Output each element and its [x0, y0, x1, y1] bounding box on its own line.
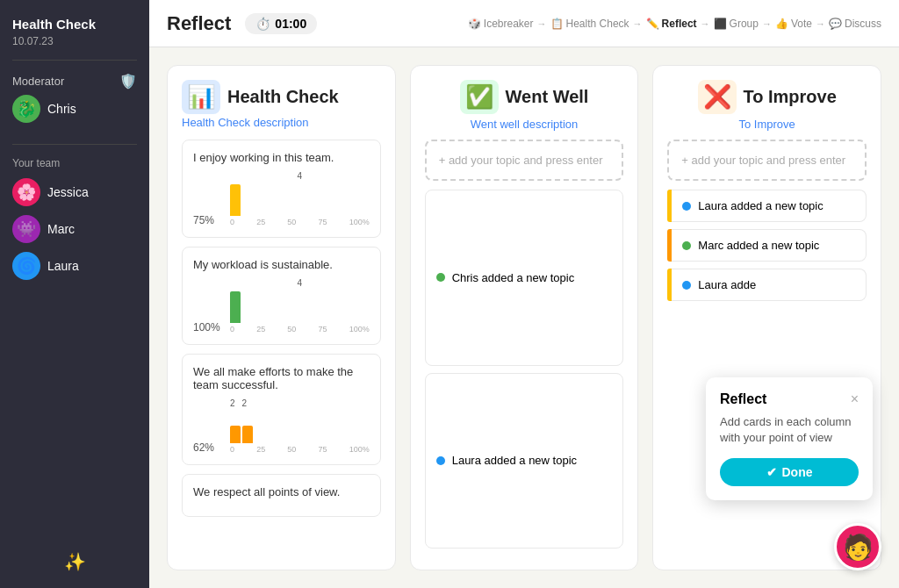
icebreaker-icon: 🎲 — [468, 18, 481, 30]
bar-chart: 4 0255075100% — [230, 171, 370, 226]
health-check-column: 📊 Health Check Health Check description … — [167, 65, 396, 570]
team-member-laura: 🌀 Laura — [12, 252, 137, 280]
bar-item — [230, 426, 241, 443]
nav-arrow: → — [762, 18, 772, 29]
went-well-header: ✅ Went Well Went well description — [425, 80, 624, 131]
tooltip-title: Reflect — [720, 391, 766, 407]
to-improve-header: ❌ To Improve To Improve — [667, 80, 867, 131]
hc-column-title: Health Check — [227, 87, 339, 107]
avatar-chris: 🐉 — [12, 95, 40, 123]
bar-item — [230, 291, 241, 323]
add-topic-to-improve[interactable]: + add your topic and press enter — [667, 140, 867, 181]
tooltip-header: Reflect × — [720, 391, 859, 407]
went-well-desc: Went well description — [471, 118, 579, 131]
moderator-section: Moderator 🛡️ — [12, 73, 137, 90]
team-member-jessica: 🌸 Jessica — [12, 178, 137, 206]
chat-avatar[interactable]: 🧑 — [834, 523, 881, 570]
hc-item-4: We respect all points of view. — [182, 474, 381, 517]
hc-item-3: We all make efforts to make the team suc… — [182, 354, 381, 465]
tooltip-close-button[interactable]: × — [851, 391, 859, 407]
timer-icon: ⏱️ — [255, 17, 270, 31]
reflect-icon: ✏️ — [646, 18, 659, 30]
team-member-name: Laura — [47, 259, 79, 273]
moderator-name: Chris — [47, 102, 76, 116]
hc-item-text: My workload is sustainable. — [193, 258, 370, 271]
topic-dot-green — [682, 241, 691, 250]
moderator-user: 🐉 Chris — [12, 95, 137, 123]
chart-row: 62% 2 2 0255075100% — [193, 398, 370, 454]
main-content: Reflect ⏱️ 01:00 🎲 Icebreaker → 📋 Health… — [149, 0, 899, 588]
hc-item-text: We all make efforts to make the team suc… — [193, 365, 370, 391]
topic-text: Laura added a new topic — [452, 454, 577, 467]
went-well-icon: ✅ — [460, 80, 499, 114]
topic-item-laura-1: Laura added a new topic — [667, 190, 867, 222]
chart-percent: 100% — [193, 321, 225, 333]
sparkle-icon: ✨ — [64, 551, 86, 572]
nav-step-discuss[interactable]: 💬 Discuss — [829, 18, 881, 30]
tooltip-done-button[interactable]: ✔ Done — [720, 458, 859, 486]
went-well-column: ✅ Went Well Went well description + add … — [410, 65, 639, 570]
topic-dot-green — [436, 273, 445, 282]
avatar-jessica: 🌸 — [12, 178, 40, 206]
to-improve-icon: ❌ — [698, 80, 737, 114]
nav-step-label: Discuss — [845, 18, 881, 30]
topic-inner: Laura added a new topic — [672, 190, 867, 222]
sidebar-board-title: Health Check — [12, 16, 137, 33]
chart-row: 100% 4 0255075100% — [193, 278, 370, 333]
moderator-settings-icon[interactable]: 🛡️ — [119, 73, 137, 90]
group-icon: ⬛ — [714, 18, 727, 30]
hc-column-desc: Health Check description — [182, 116, 381, 129]
bar-labels: 0255075100% — [230, 445, 370, 454]
bar-chart-bars — [230, 408, 370, 443]
bar-labels: 0255075100% — [230, 218, 370, 226]
header: Reflect ⏱️ 01:00 🎲 Icebreaker → 📋 Health… — [149, 0, 899, 47]
nav-step-group[interactable]: ⬛ Group — [714, 18, 759, 30]
nav-step-reflect[interactable]: ✏️ Reflect — [646, 18, 697, 30]
to-improve-desc: To Improve — [739, 118, 795, 131]
nav-arrow: → — [701, 18, 710, 29]
topic-dot-blue — [436, 456, 445, 465]
went-well-title: Went Well — [506, 87, 589, 107]
hc-icon: 📊 — [182, 80, 220, 114]
nav-step-label: Group — [730, 18, 759, 30]
page-title: Reflect — [167, 12, 231, 35]
team-member-name: Jessica — [47, 185, 89, 199]
bar-item — [230, 184, 241, 216]
checkmark-icon: ✔ — [766, 465, 777, 479]
avatar-marc: 👾 — [12, 215, 40, 243]
topic-text: Laura added a new topic — [698, 199, 823, 212]
nav-step-icebreaker[interactable]: 🎲 Icebreaker — [468, 18, 534, 30]
hc-item-text: I enjoy working in this team. — [193, 151, 370, 164]
hc-item-1: I enjoy working in this team. 75% 4 0255… — [182, 140, 381, 238]
topic-dot-blue — [682, 202, 691, 211]
nav-arrow: → — [633, 18, 643, 29]
moderator-label: Moderator — [12, 75, 64, 88]
sidebar: Health Check 10.07.23 Moderator 🛡️ 🐉 Chr… — [0, 0, 149, 588]
topic-dot-blue — [682, 281, 691, 290]
topic-text: Laura adde — [698, 278, 756, 291]
bar-chart-bars — [230, 181, 370, 216]
topic-item-marc: Marc added a new topic — [667, 229, 867, 262]
chart-row: 75% 4 0255075100% — [193, 171, 370, 226]
team-label: Your team — [12, 157, 137, 169]
tooltip-text: Add cards in each column with your point… — [720, 414, 859, 446]
topic-item-laura-partial: Laura adde — [667, 269, 867, 301]
bar-chart: 2 2 0255075100% — [230, 398, 370, 454]
topic-text: Marc added a new topic — [698, 239, 819, 252]
hc-item-text: We respect all points of view. — [193, 485, 370, 498]
topic-inner: Marc added a new topic — [672, 229, 867, 262]
chart-percent: 75% — [193, 214, 225, 226]
topic-item-chris: Chris added a new topic — [425, 190, 624, 366]
sidebar-title: Health Check 10.07.23 — [12, 16, 137, 47]
avatar-laura: 🌀 — [12, 252, 40, 280]
nav-step-vote[interactable]: 👍 Vote — [775, 18, 812, 30]
chart-percent: 62% — [193, 441, 225, 454]
nav-step-healthcheck[interactable]: 📋 Health Check — [550, 18, 629, 30]
vote-icon: 👍 — [775, 18, 788, 30]
topic-item-laura: Laura added a new topic — [425, 373, 624, 549]
hc-title-row: 📊 Health Check — [182, 80, 381, 114]
team-member-marc: 👾 Marc — [12, 215, 137, 243]
add-topic-went-well[interactable]: + add your topic and press enter — [425, 140, 624, 181]
reflect-tooltip: Reflect × Add cards in each column with … — [706, 377, 873, 500]
timer-value: 01:00 — [275, 17, 306, 31]
